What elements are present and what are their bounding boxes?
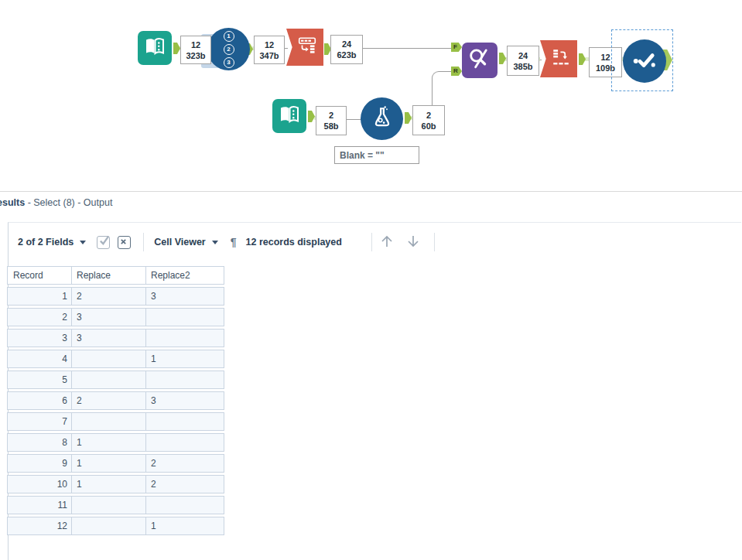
table-cell[interactable]: 2	[145, 476, 224, 493]
tool-find-replace[interactable]	[462, 43, 498, 78]
tool-formula[interactable]	[361, 97, 403, 140]
cell-viewer-label: Cell Viewer	[154, 237, 205, 248]
output-anchor[interactable]	[579, 53, 586, 65]
tool-record-id[interactable]: 1 2 3	[207, 28, 250, 70]
data-size: 623b	[337, 50, 356, 60]
scroll-down-button[interactable]	[405, 233, 422, 252]
table-cell[interactable]	[145, 434, 224, 451]
tool-cross-tab[interactable]	[540, 40, 577, 77]
table-cell[interactable]: 3	[145, 288, 224, 305]
scroll-up-button[interactable]	[378, 233, 395, 252]
table-cell[interactable]: 7	[8, 413, 71, 430]
table-cell[interactable]	[145, 309, 224, 326]
connection-line[interactable]	[361, 48, 452, 49]
table-row[interactable]: 121	[7, 517, 224, 535]
output-anchor[interactable]	[499, 53, 506, 64]
table-cell[interactable]: 1	[71, 434, 145, 451]
connection-count-box[interactable]: 24 385b	[507, 46, 539, 76]
formula-annotation[interactable]: Blank = ""	[334, 146, 419, 164]
table-cell[interactable]	[71, 371, 145, 388]
table-row[interactable]: 623	[7, 391, 224, 410]
tool-transpose[interactable]	[286, 29, 323, 66]
formula-flask-icon	[370, 105, 395, 133]
table-cell[interactable]: 2	[71, 288, 145, 305]
table-cell[interactable]: 5	[8, 371, 71, 388]
table-cell[interactable]: 8	[8, 434, 71, 451]
table-cell[interactable]	[71, 497, 145, 514]
results-grid-header: Record Replace Replace2	[7, 266, 224, 285]
table-row[interactable]: 23	[7, 308, 224, 326]
connection-line[interactable]	[432, 71, 453, 108]
output-anchor[interactable]	[308, 111, 315, 122]
table-cell[interactable]	[145, 413, 224, 430]
table-cell[interactable]	[145, 497, 224, 514]
workflow-canvas[interactable]: F R 12 323b 12 347b 24 623b 24 385b 12 1…	[0, 0, 742, 191]
table-cell[interactable]	[71, 517, 145, 534]
table-cell[interactable]: 1	[145, 350, 224, 367]
connection-count-box[interactable]: 12 323b	[180, 36, 211, 64]
table-cell[interactable]: 1	[71, 455, 145, 472]
table-cell[interactable]: 9	[8, 455, 71, 472]
deselect-all-button[interactable]	[118, 236, 131, 249]
table-cell[interactable]: 2	[145, 455, 224, 472]
connection-count-box[interactable]: 2 58b	[316, 106, 347, 135]
table-row[interactable]: 11	[7, 496, 224, 514]
toolbar-separator	[371, 233, 372, 251]
table-row[interactable]: 123	[7, 287, 224, 306]
table-row[interactable]: 1012	[7, 475, 224, 493]
output-anchor[interactable]	[173, 43, 180, 54]
table-cell[interactable]	[71, 350, 145, 367]
results-title-rest: - Select (8) - Output	[25, 197, 112, 208]
check-icon	[98, 234, 110, 246]
table-row[interactable]: 41	[7, 350, 224, 368]
cross-tab-icon	[551, 47, 571, 70]
table-row[interactable]: 7	[7, 412, 224, 431]
table-cell[interactable]: 1	[145, 517, 224, 534]
record-count: 2	[426, 110, 431, 121]
table-cell[interactable]	[145, 330, 224, 347]
table-cell[interactable]	[71, 413, 145, 430]
cell-viewer-dropdown[interactable]: Cell Viewer	[154, 237, 217, 248]
replace-input-anchor[interactable]: R	[451, 67, 462, 76]
table-cell[interactable]: 6	[8, 392, 71, 409]
tool-input-data-1[interactable]	[138, 31, 172, 65]
table-cell[interactable]: 10	[8, 476, 71, 493]
table-row[interactable]: 5	[7, 370, 224, 389]
table-cell[interactable]: 3	[145, 392, 224, 409]
pilcrow-toggle[interactable]: ¶	[231, 237, 237, 248]
table-cell[interactable]: 2	[71, 392, 145, 409]
connection-count-box[interactable]: 24 623b	[330, 35, 363, 64]
table-cell[interactable]: 2	[8, 309, 71, 326]
input-data-book-icon	[278, 103, 301, 129]
output-anchor[interactable]	[405, 112, 412, 124]
tool-input-data-2[interactable]	[272, 99, 306, 133]
column-header[interactable]: Record	[8, 267, 71, 284]
table-row[interactable]: 33	[7, 329, 224, 347]
data-size: 60b	[422, 121, 436, 131]
fields-dropdown[interactable]: 2 of 2 Fields	[18, 237, 86, 248]
table-cell[interactable]: 3	[71, 330, 145, 347]
table-cell[interactable]: 11	[8, 497, 71, 514]
transpose-icon	[297, 36, 317, 59]
column-header[interactable]: Replace	[71, 267, 145, 284]
connection-line[interactable]	[345, 119, 362, 120]
record-count: 12	[265, 39, 274, 50]
table-row[interactable]: 81	[7, 433, 224, 452]
table-cell[interactable]	[145, 371, 224, 388]
record-count: 24	[342, 39, 351, 50]
connection-count-box[interactable]: 12 347b	[254, 36, 285, 64]
find-input-anchor[interactable]: F	[451, 43, 462, 52]
table-cell[interactable]: 12	[8, 517, 71, 534]
record-count: 24	[518, 50, 528, 61]
select-all-checkbox-button[interactable]	[97, 236, 110, 249]
fields-dropdown-label: 2 of 2 Fields	[18, 237, 74, 248]
table-cell[interactable]: 4	[8, 350, 71, 367]
table-cell[interactable]: 3	[71, 309, 145, 326]
table-cell[interactable]: 1	[71, 476, 145, 493]
connection-count-box[interactable]: 2 60b	[412, 105, 445, 135]
column-header[interactable]: Replace2	[145, 267, 224, 284]
table-cell[interactable]: 3	[8, 330, 71, 347]
down-arrow-icon	[405, 233, 422, 250]
table-cell[interactable]: 1	[8, 288, 71, 305]
table-row[interactable]: 912	[7, 454, 224, 473]
